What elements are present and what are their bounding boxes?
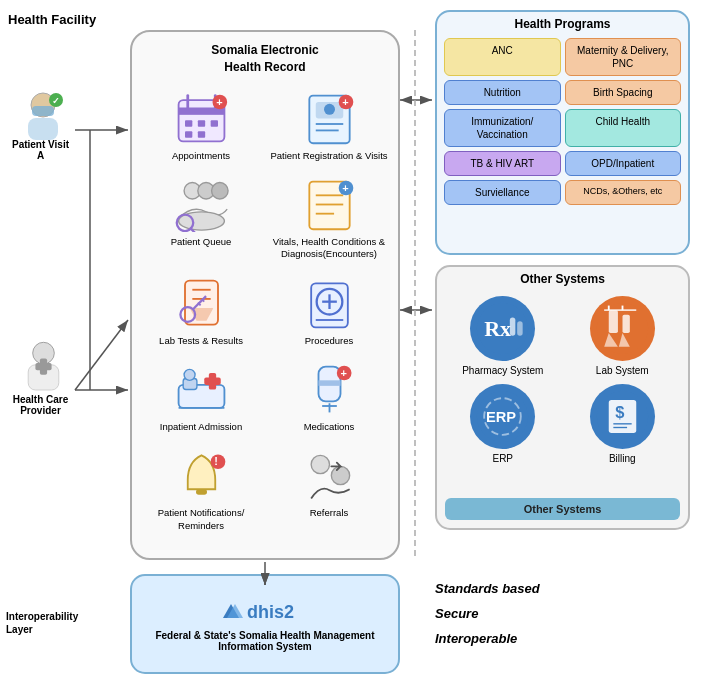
- svg-text:!: !: [214, 456, 218, 468]
- svg-rect-17: [197, 131, 204, 137]
- hp-ncds: NCDs, &Others, etc: [565, 180, 682, 205]
- svg-text:ERP: ERP: [486, 409, 516, 425]
- dhis2-label: Federal & State's Somalia Health Managem…: [137, 630, 393, 652]
- ehr-item-lab: Lab Tests & Results: [142, 276, 260, 347]
- os-pharmacy: Rx Pharmacy System: [447, 296, 559, 376]
- svg-rect-71: [517, 321, 523, 336]
- svg-rect-2: [28, 118, 58, 140]
- svg-rect-8: [35, 363, 51, 370]
- ehr-item-procedures: Procedures: [270, 276, 388, 347]
- standards-box: Standards based Secure Interoperable: [435, 581, 685, 656]
- svg-point-22: [324, 103, 335, 114]
- ehr-grid: + Appointments + Patient Registration & …: [132, 76, 398, 542]
- hp-maternity: Maternity & Delivery, PNC: [565, 38, 682, 76]
- svg-text:Rx: Rx: [484, 316, 511, 341]
- svg-rect-58: [318, 380, 340, 386]
- svg-rect-63: [196, 490, 207, 496]
- provider-label: Health Care Provider: [8, 394, 73, 416]
- provider-icon: [21, 340, 61, 390]
- erp-label: ERP: [492, 453, 513, 464]
- svg-text:+: +: [340, 367, 346, 379]
- svg-rect-1: [32, 106, 54, 116]
- other-systems-box: Other Systems Rx Pharmacy System: [435, 265, 690, 530]
- ehr-box: Somalia ElectronicHealth Record +: [130, 30, 400, 560]
- svg-point-66: [311, 456, 329, 474]
- erp-icon: ERP: [470, 384, 535, 449]
- svg-rect-56: [204, 378, 221, 385]
- svg-point-53: [184, 369, 195, 380]
- hp-tb-hiv: TB & HIV ART: [444, 151, 561, 176]
- health-programs-title: Health Programs: [442, 17, 683, 31]
- svg-text:+: +: [342, 95, 348, 107]
- ehr-item-queue: Patient Queue: [142, 177, 260, 261]
- pharmacy-label: Pharmacy System: [462, 365, 543, 376]
- svg-text:✓: ✓: [52, 96, 60, 106]
- ehr-queue-label: Patient Queue: [171, 236, 232, 248]
- svg-rect-70: [510, 318, 515, 336]
- other-systems-footer: Other Systems: [445, 498, 680, 520]
- hp-birth-spacing: Birth Spacing: [565, 80, 682, 105]
- svg-text:$: $: [615, 403, 624, 421]
- svg-text:+: +: [342, 182, 348, 194]
- secure: Secure: [435, 606, 685, 621]
- patient-visit: ✓ Patient Visit A: [8, 90, 73, 161]
- hp-opd: OPD/Inpatient: [565, 151, 682, 176]
- svg-text:+: +: [216, 95, 222, 107]
- svg-rect-15: [210, 120, 217, 126]
- ehr-item-medications: + Medications: [270, 362, 388, 433]
- svg-line-90: [75, 320, 128, 390]
- os-lab: Lab System: [567, 296, 679, 376]
- svg-point-67: [331, 467, 349, 485]
- svg-rect-74: [622, 315, 629, 333]
- health-programs-box: Health Programs ANC Maternity & Delivery…: [435, 10, 690, 255]
- svg-point-29: [211, 182, 228, 199]
- patient-visit-label: Patient Visit A: [8, 139, 73, 161]
- lab-label: Lab System: [596, 365, 649, 376]
- billing-icon: $: [590, 384, 655, 449]
- other-systems-grid: Rx Pharmacy System: [442, 291, 683, 469]
- ehr-medications-label: Medications: [304, 421, 355, 433]
- interoperability-label: Interoperability Layer: [6, 610, 76, 636]
- dhis2-box: dhis2 Federal & State's Somalia Health M…: [130, 574, 400, 674]
- hp-nutrition: Nutrition: [444, 80, 561, 105]
- ehr-item-inpatient: Inpatient Admission: [142, 362, 260, 433]
- standards-based: Standards based: [435, 581, 685, 596]
- billing-label: Billing: [609, 453, 636, 464]
- ehr-item-appointments: + Appointments: [142, 91, 260, 162]
- ehr-lab-label: Lab Tests & Results: [159, 335, 243, 347]
- ehr-item-vitals: + Vitals, Health Conditions & Diagnosis(…: [270, 177, 388, 261]
- svg-rect-13: [185, 120, 192, 126]
- ehr-inpatient-label: Inpatient Admission: [160, 421, 242, 433]
- interoperable: Interoperable: [435, 631, 685, 646]
- diagram-container: Health Facility ✓ Patient Visit A: [0, 0, 704, 686]
- svg-rect-73: [609, 310, 618, 333]
- lab-icon: [590, 296, 655, 361]
- os-erp: ERP ERP: [447, 384, 559, 464]
- svg-rect-16: [185, 131, 192, 137]
- hp-anc: ANC: [444, 38, 561, 76]
- health-facility-label: Health Facility: [8, 12, 96, 27]
- hp-surveillance: Surviellance: [444, 180, 561, 205]
- pharmacy-icon: Rx: [470, 296, 535, 361]
- ehr-item-registration: + Patient Registration & Visits: [270, 91, 388, 162]
- health-care-provider: Health Care Provider: [8, 340, 73, 416]
- patient-icon: ✓: [18, 90, 63, 135]
- dhis2-logo: dhis2: [215, 596, 315, 626]
- ehr-item-notifications: ! Patient Notifications/ Reminders: [142, 448, 260, 532]
- ehr-referrals-label: Referrals: [310, 507, 349, 519]
- ehr-item-referrals: Referrals: [270, 448, 388, 532]
- ehr-vitals-label: Vitals, Health Conditions & Diagnosis(En…: [270, 236, 388, 261]
- ehr-notifications-label: Patient Notifications/ Reminders: [142, 507, 260, 532]
- os-billing: $ Billing: [567, 384, 679, 464]
- svg-text:dhis2: dhis2: [247, 602, 294, 622]
- other-systems-title: Other Systems: [442, 272, 683, 286]
- hp-immunization: Immunization/ Vaccination: [444, 109, 561, 147]
- svg-rect-14: [197, 120, 204, 126]
- ehr-title: Somalia ElectronicHealth Record: [132, 42, 398, 76]
- ehr-appointments-label: Appointments: [172, 150, 230, 162]
- ehr-procedures-label: Procedures: [305, 335, 354, 347]
- hp-child-health: Child Health: [565, 109, 682, 147]
- ehr-registration-label: Patient Registration & Visits: [270, 150, 387, 162]
- health-programs-grid: ANC Maternity & Delivery, PNC Nutrition …: [442, 36, 683, 207]
